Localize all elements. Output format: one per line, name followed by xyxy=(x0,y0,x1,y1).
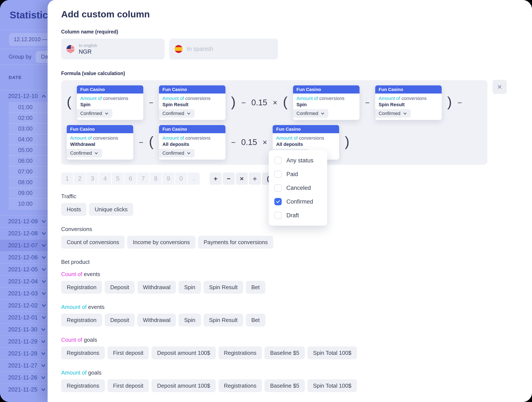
chip[interactable]: Baseline $5 xyxy=(265,346,305,359)
sidebar-date-row[interactable]: 2021-12-08 xyxy=(0,227,48,239)
formula-card[interactable]: Fun CasinoAmount of conversionsAll depos… xyxy=(159,125,225,160)
status-value: Confirmed xyxy=(70,150,92,156)
checkbox-icon[interactable] xyxy=(274,212,282,219)
keypad-operator[interactable]: − xyxy=(223,172,235,185)
formula-close-button[interactable]: ✕ xyxy=(493,80,507,94)
keypad-digit-5[interactable]: 5 xyxy=(112,172,124,185)
chip[interactable]: Registrations xyxy=(61,346,105,359)
sidebar-date-row[interactable]: 2021-12-02 xyxy=(0,300,48,312)
sidebar-hour-row[interactable]: 10:00 xyxy=(9,199,48,209)
sidebar-date-row[interactable]: 2021-12-07 xyxy=(0,239,48,251)
checkbox-icon[interactable] xyxy=(274,184,282,191)
keypad-digit-9[interactable]: 9 xyxy=(162,172,174,185)
chip[interactable]: Unique clicks xyxy=(89,203,133,216)
status-option[interactable]: Paid xyxy=(269,167,327,181)
formula-card[interactable]: Fun CasinoAmount of conversionsSpin Resu… xyxy=(159,85,225,120)
checkbox-icon[interactable] xyxy=(274,157,282,164)
sidebar-hour-row[interactable]: 02:00 xyxy=(9,113,48,124)
sidebar-hour-row[interactable]: 05:00 xyxy=(9,145,48,156)
sidebar-date-row[interactable]: 2021-11-25 xyxy=(0,383,48,396)
sidebar-hour-row[interactable]: 06:00 xyxy=(9,156,48,166)
sidebar-expanded-date-row[interactable]: 2021-12-10 xyxy=(0,90,48,102)
keypad-digit-8[interactable]: 8 xyxy=(150,172,162,185)
chip[interactable]: Deposit xyxy=(105,314,135,326)
chip[interactable]: Spin xyxy=(178,281,201,294)
chip[interactable]: Spin Total 100$ xyxy=(307,346,357,359)
checkbox-checked-icon[interactable] xyxy=(274,198,282,205)
keypad-digit-0[interactable]: 0 xyxy=(175,172,187,185)
formula-card[interactable]: Fun CasinoAmount of conversionsSpinConfi… xyxy=(77,85,143,120)
keypad-digit-6[interactable]: 6 xyxy=(124,172,136,185)
chip[interactable]: Spin Total 100$ xyxy=(307,379,357,392)
sidebar-date-row[interactable]: 2021-12-01 xyxy=(0,312,48,324)
sidebar-hour-row[interactable]: 01:00 xyxy=(9,102,48,113)
chip[interactable]: Spin Result xyxy=(203,314,243,326)
chip[interactable]: Income by conversions xyxy=(127,236,196,249)
sidebar-date-row[interactable]: 2021-11-28 xyxy=(0,348,48,359)
chip[interactable]: Payments for conversions xyxy=(198,236,273,249)
formula-card[interactable]: Fun CasinoAmount of conversionsSpinConfi… xyxy=(293,85,360,120)
spanish-name-input[interactable]: In spanish xyxy=(169,39,278,59)
status-dropdown-trigger[interactable]: Confirmed xyxy=(293,109,329,118)
sidebar-date-row[interactable]: 2021-11-29 xyxy=(0,336,48,348)
status-option[interactable]: Any status xyxy=(269,153,327,167)
chip[interactable]: Baseline $5 xyxy=(265,379,305,392)
status-dropdown-trigger[interactable]: Confirmed xyxy=(77,109,112,118)
sidebar-date-row[interactable]: 2021-12-05 xyxy=(0,263,48,275)
chip[interactable]: First deposit xyxy=(108,379,149,392)
sidebar-date-row[interactable]: 2021-11-26 xyxy=(0,371,48,383)
english-name-input[interactable]: In english NGR xyxy=(61,39,165,59)
keypad-digit-2[interactable]: 2 xyxy=(74,172,86,185)
sidebar-date-row[interactable]: 2021-12-06 xyxy=(0,251,48,263)
status-dropdown-trigger[interactable]: Confirmed xyxy=(375,109,411,118)
status-dropdown-trigger[interactable]: Confirmed xyxy=(67,149,102,157)
status-option[interactable]: Confirmed xyxy=(269,195,327,209)
checkbox-icon[interactable] xyxy=(274,171,282,178)
chip[interactable]: Bet xyxy=(246,281,265,294)
sidebar-hour-row[interactable]: 09:00 xyxy=(9,188,48,199)
chip[interactable]: Spin xyxy=(178,314,201,326)
date-range-picker[interactable]: 12.12.2010 — 1 xyxy=(9,33,48,46)
chip[interactable]: Deposit xyxy=(105,281,135,294)
chip[interactable]: Registrations xyxy=(61,379,105,392)
sidebar-hour-row[interactable]: 08:00 xyxy=(9,177,48,188)
chip[interactable]: Hosts xyxy=(61,203,86,216)
keypad-operator[interactable]: × xyxy=(236,172,248,185)
sidebar-date-row[interactable]: 2021-12-09 xyxy=(0,215,48,227)
status-dropdown-trigger[interactable]: Confirmed xyxy=(159,109,194,118)
formula-card[interactable]: Fun CasinoAmount of conversionsWithdrawa… xyxy=(67,125,133,160)
chip[interactable]: Registrations xyxy=(218,379,262,392)
sidebar-date-row[interactable]: 2021-11-30 xyxy=(0,324,48,336)
keypad-digit-dot[interactable]: . xyxy=(188,172,200,185)
chip[interactable]: First deposit xyxy=(108,346,149,359)
chip[interactable]: Bet xyxy=(246,314,265,326)
keypad-operator[interactable]: ÷ xyxy=(249,172,261,185)
keypad-digit-4[interactable]: 4 xyxy=(99,172,111,185)
chip[interactable]: Withdrawal xyxy=(137,281,176,294)
sidebar-hour-row[interactable]: 03:00 xyxy=(9,124,48,134)
status-option[interactable]: Canceled xyxy=(269,181,327,195)
chip[interactable]: Spin Result xyxy=(203,281,243,294)
keypad-operator[interactable]: + xyxy=(209,172,222,185)
status-dropdown-trigger[interactable]: Confirmed xyxy=(159,149,194,157)
chip[interactable]: Withdrawal xyxy=(137,314,176,326)
sidebar-date-row[interactable]: 2021-11-27 xyxy=(0,359,48,371)
formula-card-brand: Fun Casino xyxy=(159,85,225,94)
keypad-digit-1[interactable]: 1 xyxy=(61,172,73,185)
formula-card[interactable]: Fun CasinoAmount of conversionsSpin Resu… xyxy=(375,85,442,120)
sidebar-date-row[interactable]: 2021-12-04 xyxy=(0,275,48,287)
chip[interactable]: Deposit amount 100$ xyxy=(152,346,215,359)
sidebar-hour-row[interactable]: 04:00 xyxy=(9,134,48,145)
sidebar-header: Statistic xyxy=(0,0,48,30)
chip[interactable]: Registration xyxy=(61,281,102,294)
sidebar-hour-row[interactable]: 07:00 xyxy=(9,166,48,177)
chip[interactable]: Registration xyxy=(61,314,102,326)
keypad-digit-7[interactable]: 7 xyxy=(137,172,149,185)
status-option[interactable]: Draft xyxy=(269,209,327,222)
keypad-digit-3[interactable]: 3 xyxy=(86,172,98,185)
sidebar-date-row[interactable]: 2021-12-03 xyxy=(0,287,48,300)
chip[interactable]: Deposit amount 100$ xyxy=(152,379,215,392)
chip[interactable]: Registrations xyxy=(218,346,262,359)
chip[interactable]: Count of conversions xyxy=(61,236,125,249)
group-by-select[interactable]: Da xyxy=(36,51,48,63)
